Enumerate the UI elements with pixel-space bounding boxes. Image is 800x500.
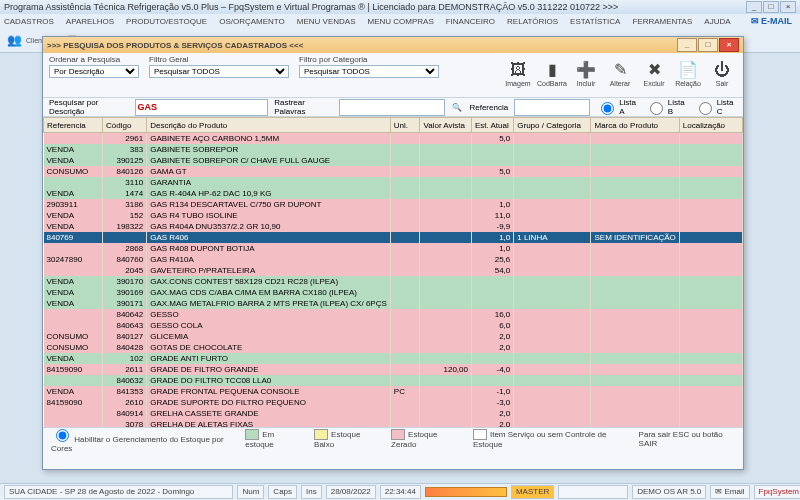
table-row[interactable]: 30247890840760GAS R410A25,6 — [44, 254, 743, 265]
lista-c-radio[interactable]: Lista C — [694, 98, 737, 116]
ordenar-select[interactable]: Por Descrição — [49, 65, 139, 78]
tb-incluir-button[interactable]: ➕Incluir — [571, 55, 601, 91]
menu-vendas[interactable]: MENU VENDAS — [297, 17, 356, 26]
minimize-button[interactable]: _ — [746, 1, 762, 13]
col-header[interactable]: Código — [103, 118, 147, 133]
menu-ajuda[interactable]: AJUDA — [704, 17, 730, 26]
col-header[interactable]: Localização — [679, 118, 742, 133]
results-grid[interactable]: ReferenciaCódigoDescrição do ProdutoUni.… — [43, 117, 743, 427]
menu-produto[interactable]: PRODUTO/ESTOQUE — [126, 17, 207, 26]
table-row[interactable]: 3110GARANTIA — [44, 177, 743, 188]
legend-em-estoque: Em estoque — [245, 429, 300, 449]
table-row[interactable]: VENDA390169GAX.MAG CDS C/ABA C/IMA EM BA… — [44, 287, 743, 298]
table-row[interactable]: VENDA390170GAX.CONS CONTEST 58X129 CD21 … — [44, 276, 743, 287]
table-row[interactable]: VENDA152GAS R4 TUBO ISOLINE11,0 — [44, 210, 743, 221]
table-row[interactable]: 840914GRELHA CASSETE GRANDE2,0 — [44, 408, 743, 419]
tb-codbarra-button[interactable]: ▮CodBarra — [537, 55, 567, 91]
legend-servico: Item Serviço ou sem Controle de Estoque — [473, 429, 625, 449]
menu-estatistica[interactable]: ESTATÍSTICA — [570, 17, 620, 26]
col-header[interactable]: Grupo / Categoria — [514, 118, 591, 133]
desc-input[interactable] — [135, 99, 269, 116]
dlg-minimize-button[interactable]: _ — [677, 38, 697, 52]
table-row[interactable]: VENDA390125GABINETE SOBREPOR C/ CHAVE FU… — [44, 155, 743, 166]
search-icon[interactable]: 🔍 — [451, 103, 464, 112]
palavras-label: Rastrear Palavras — [274, 98, 332, 116]
col-header[interactable]: Descrição do Produto — [147, 118, 391, 133]
lista-a-radio[interactable]: Lista A — [596, 98, 639, 116]
sb-num: Num — [237, 485, 264, 499]
table-row[interactable]: 841590902610GRADE SUPORTE DO FILTRO PEQU… — [44, 397, 743, 408]
table-row[interactable]: CONSUMO840428GOTAS DE CHOCOLATE2,0 — [44, 342, 743, 353]
menu-financeiro[interactable]: FINANCEIRO — [446, 17, 495, 26]
table-row[interactable]: 2868GAS R408 DUPONT BOTIJA1,0 — [44, 243, 743, 254]
col-header[interactable]: Referencia — [44, 118, 103, 133]
menu-compras[interactable]: MENU COMPRAS — [368, 17, 434, 26]
sb-master: MASTER — [511, 485, 554, 499]
cat-label: Filtro por Categoria — [299, 55, 439, 64]
tb-imagem-button[interactable]: 🖼Imagem — [503, 55, 533, 91]
sb-cidade: SUA CIDADE - SP 28 de Agosto de 2022 - D… — [4, 485, 233, 499]
table-row[interactable]: VENDA841353GRADE FRONTAL PEQUENA CONSOLE… — [44, 386, 743, 397]
tb-alterar-button[interactable]: ✎Alterar — [605, 55, 635, 91]
col-header[interactable]: Est. Atual — [471, 118, 513, 133]
menu-ferramentas[interactable]: FERRAMENTAS — [632, 17, 692, 26]
table-row[interactable]: VENDA198322GAS R404A DNU3537/2.2 GR 10,9… — [44, 221, 743, 232]
sb-empty — [558, 485, 628, 499]
legend: Habilitar o Gerenciamento do Estoque por… — [43, 427, 743, 450]
geral-select[interactable]: Pesquisar TODOS — [149, 65, 289, 78]
menu-relatorios[interactable]: RELATÓRIOS — [507, 17, 558, 26]
tb-relação-button[interactable]: 📄Relação — [673, 55, 703, 91]
table-row[interactable]: VENDA383GABINETE SOBREPOR — [44, 144, 743, 155]
palavras-input[interactable] — [339, 99, 445, 116]
menubar: CADASTROS APARELHOS PRODUTO/ESTOQUE OS/O… — [0, 14, 800, 28]
table-row[interactable]: 840769GAS R4061,01 LINHASEM IDENTIFICAÇÃ… — [44, 232, 743, 243]
lista-b-radio[interactable]: Lista B — [645, 98, 688, 116]
table-row[interactable]: CONSUMO840126GAMA GT5,0 — [44, 166, 743, 177]
table-row[interactable]: 840643GESSO COLA6,0 — [44, 320, 743, 331]
dialog-toolbar: Ordenar a Pesquisa Por Descrição Filtro … — [43, 53, 743, 98]
geral-label: Filtro Geral — [149, 55, 289, 64]
table-row[interactable]: 841590902611GRADE DE FILTRO GRANDE120,00… — [44, 364, 743, 375]
sb-email[interactable]: ✉ Email — [710, 485, 749, 499]
ref-label: Referencia — [469, 103, 508, 112]
legend-sair: Para sair ESC ou botão SAIR — [639, 430, 735, 448]
table-row[interactable]: 2045GAVETEIRO P/PRATELEIRA54,0 — [44, 265, 743, 276]
dialog-search-row: Pesquisar por Descrição Rastrear Palavra… — [43, 98, 743, 117]
dlg-maximize-button[interactable]: □ — [698, 38, 718, 52]
sb-brand: FpqSystem — [754, 485, 800, 499]
sb-ins: Ins — [301, 485, 322, 499]
table-row[interactable]: VENDA390171GAX.MAG METALFRIO BARRA 2 MTS… — [44, 298, 743, 309]
tb-excluir-button[interactable]: ✖Excluir — [639, 55, 669, 91]
menu-os[interactable]: OS/ORÇAMENTO — [219, 17, 285, 26]
maximize-button[interactable]: □ — [763, 1, 779, 13]
col-header[interactable]: Marca do Produto — [591, 118, 679, 133]
table-row[interactable]: 840642GESSO16,0 — [44, 309, 743, 320]
ref-input[interactable] — [514, 99, 590, 116]
main-titlebar: Programa Assistência Técnica Refrigeraçã… — [0, 0, 800, 14]
search-dialog: >>> PESQUISA DOS PRODUTOS & SERVIÇOS CAD… — [42, 36, 744, 470]
menu-aparelhos[interactable]: APARELHOS — [66, 17, 114, 26]
app-title: Programa Assistência Técnica Refrigeraçã… — [4, 0, 618, 14]
col-header[interactable]: Uni. — [390, 118, 420, 133]
table-row[interactable]: VENDA102GRADE ANTI FURTO — [44, 353, 743, 364]
legend-zerado: Estoque Zerado — [391, 429, 459, 449]
statusbar: SUA CIDADE - SP 28 de Agosto de 2022 - D… — [0, 483, 800, 500]
habilitar-check[interactable]: Habilitar o Gerenciamento do Estoque por… — [51, 426, 231, 453]
menu-cadastros[interactable]: CADASTROS — [4, 17, 54, 26]
window-buttons: _ □ × — [746, 1, 796, 13]
table-row[interactable]: VENDA1474GAS R-404A HP-62 DAC 10,9 KG — [44, 188, 743, 199]
sb-progress — [425, 487, 507, 497]
clientes-icon[interactable]: 👥 — [4, 30, 24, 50]
table-row[interactable]: 29039113186GAS R134 DESCARTAVEL C/750 GR… — [44, 199, 743, 210]
dlg-close-button[interactable]: × — [719, 38, 739, 52]
tb-sair-button[interactable]: ⏻Sair — [707, 55, 737, 91]
table-row[interactable]: CONSUMO840127GLICEMIA2,0 — [44, 331, 743, 342]
col-header[interactable]: Valor Avista — [420, 118, 471, 133]
desc-label: Pesquisar por Descrição — [49, 98, 129, 116]
cat-select[interactable]: Pesquisar TODOS — [299, 65, 439, 78]
table-row[interactable]: 840632GRADE DO FILTRO TCC08 LLA0 — [44, 375, 743, 386]
menu-email[interactable]: ✉ E-MAIL — [751, 16, 793, 26]
table-row[interactable]: 2961GABINETE AÇO CARBONO 1,5MM5,0 — [44, 133, 743, 145]
sb-demo: DEMO OS AR 5.0 — [632, 485, 706, 499]
close-button[interactable]: × — [780, 1, 796, 13]
